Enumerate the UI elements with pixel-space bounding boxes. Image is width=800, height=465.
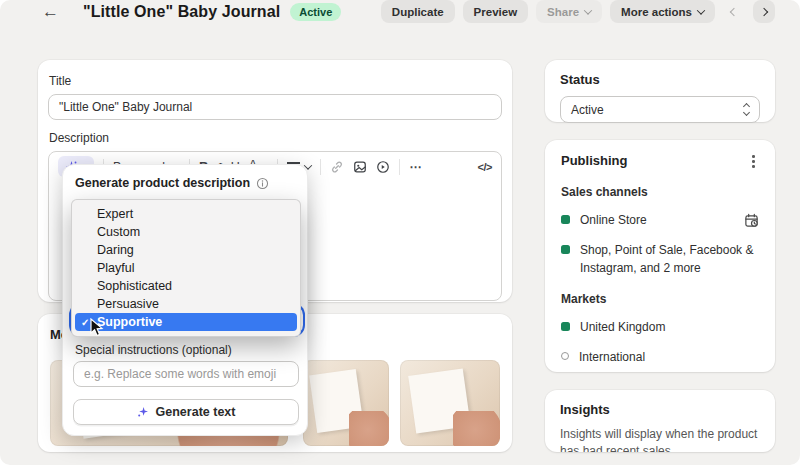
- special-instructions-label: Special instructions (optional): [75, 343, 232, 357]
- generate-description-popover: Generate product description ✓ Expert ✓ …: [62, 164, 308, 436]
- insights-card: Insights Insights will display when the …: [545, 390, 775, 452]
- market-row: International: [561, 349, 759, 366]
- chevron-right-icon: [760, 7, 768, 15]
- title-input[interactable]: [48, 94, 502, 120]
- schedule-calendar-icon[interactable]: [744, 213, 759, 228]
- tone-option[interactable]: ✓ Expert: [75, 205, 297, 223]
- popover-title: Generate product description: [75, 176, 250, 190]
- kebab-menu-icon[interactable]: [748, 153, 759, 170]
- tone-options-menu: ✓ Expert ✓ Custom ✓ Daring ✓ Playful: [71, 199, 301, 337]
- sparkle-icon: [137, 406, 149, 418]
- chevron-left-icon: [730, 7, 738, 15]
- channel-row: Shop, Point of Sale, Facebook & Instagra…: [561, 242, 759, 277]
- more-formatting-button[interactable]: ⋯: [409, 160, 421, 174]
- duplicate-button[interactable]: Duplicate: [381, 0, 455, 23]
- markets-label: Markets: [561, 292, 759, 306]
- preview-button[interactable]: Preview: [463, 0, 528, 23]
- channel-label: Online Store: [580, 212, 734, 229]
- play-circle-icon: [376, 160, 390, 174]
- publishing-card: Publishing Sales channels Online Store: [545, 140, 775, 372]
- channel-status-bullet: [561, 215, 570, 224]
- publishing-heading: Publishing: [561, 153, 627, 168]
- channel-row: Online Store: [561, 212, 759, 229]
- channel-status-bullet: [561, 245, 570, 254]
- insert-image-button[interactable]: [353, 160, 367, 174]
- sales-channels-list: Online Store Shop, Point of Sale, Facebo…: [561, 212, 759, 277]
- tone-option[interactable]: ✓ Sophisticated: [75, 277, 297, 295]
- generate-text-button[interactable]: Generate text: [73, 399, 299, 425]
- market-row: United Kingdom: [561, 319, 759, 336]
- market-status-bullet: [561, 352, 569, 360]
- page-header: ← "Little One" Baby Journal Active Dupli…: [0, 0, 800, 23]
- status-card: Status Active: [545, 60, 775, 122]
- insert-link-button: [330, 160, 344, 174]
- title-label: Title: [49, 74, 502, 88]
- check-icon: ✓: [81, 317, 89, 328]
- market-status-bullet: [561, 322, 570, 331]
- more-actions-button[interactable]: More actions: [610, 0, 715, 23]
- tone-option[interactable]: ✓ Supportive: [75, 313, 297, 331]
- previous-product-button: [723, 0, 745, 23]
- info-icon[interactable]: [256, 177, 269, 190]
- status-badge: Active: [290, 3, 341, 21]
- image-icon: [353, 160, 367, 174]
- chevron-down-icon: [697, 6, 705, 14]
- chevron-down-icon: [584, 6, 592, 14]
- special-instructions-input[interactable]: [73, 361, 299, 387]
- sales-channels-label: Sales channels: [561, 185, 759, 199]
- description-label: Description: [49, 131, 502, 145]
- tone-option[interactable]: ✓ Custom: [75, 223, 297, 241]
- insert-video-button[interactable]: [376, 160, 390, 174]
- tone-option[interactable]: ✓ Persuasive: [75, 295, 297, 313]
- media-thumbnail[interactable]: [400, 360, 500, 446]
- back-arrow-icon[interactable]: ←: [42, 3, 59, 20]
- next-product-button[interactable]: [753, 0, 775, 23]
- channel-label: Shop, Point of Sale, Facebook & Instagra…: [580, 242, 759, 277]
- market-label: International: [579, 349, 759, 366]
- link-icon: [330, 160, 344, 174]
- status-heading: Status: [560, 72, 760, 87]
- share-button: Share: [536, 0, 602, 23]
- tone-option[interactable]: ✓ Daring: [75, 241, 297, 259]
- page-title: "Little One" Baby Journal: [83, 3, 280, 21]
- code-view-button[interactable]: </>: [478, 161, 492, 173]
- insights-body: Insights will display when the product h…: [560, 426, 760, 452]
- mouse-cursor: [90, 318, 104, 338]
- media-thumbnail[interactable]: [303, 360, 389, 446]
- product-detail-page: ← "Little One" Baby Journal Active Dupli…: [0, 0, 800, 465]
- select-updown-icon: [744, 104, 749, 115]
- status-select[interactable]: Active: [560, 96, 760, 123]
- market-label: United Kingdom: [580, 319, 759, 336]
- markets-list: United Kingdom International: [561, 319, 759, 367]
- insights-heading: Insights: [560, 402, 760, 417]
- tone-option[interactable]: ✓ Playful: [75, 259, 297, 277]
